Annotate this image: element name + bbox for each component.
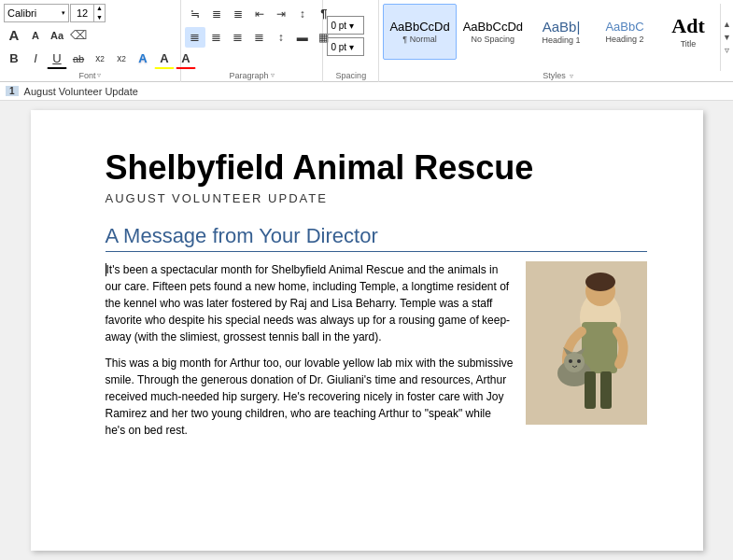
- italic-btn[interactable]: I: [25, 49, 46, 69]
- font-name-dropdown[interactable]: Calibri ▾: [4, 4, 69, 22]
- line-spacing-btn[interactable]: ↕: [271, 27, 291, 48]
- document-subtitle: AUGUST VOLUNTEER UPDATE: [106, 191, 647, 205]
- increase-indent-btn[interactable]: ⇥: [271, 4, 291, 24]
- styles-down-arrow[interactable]: ▼: [723, 31, 731, 44]
- style-heading2-label: Heading 2: [605, 35, 643, 44]
- style-normal-preview: AaBbCcDd: [389, 20, 449, 34]
- styles-overflow-arrows[interactable]: ▲ ▼ ▿: [720, 4, 733, 71]
- style-no-spacing-label: No Spacing: [472, 35, 515, 44]
- align-left-btn[interactable]: ≣: [185, 27, 205, 48]
- paragraph-label-text: Paragraph: [230, 71, 269, 80]
- styles-group: AaBbCcDd ¶ Normal AaBbCcDd No Spacing: [379, 0, 733, 82]
- svg-point-10: [569, 359, 572, 363]
- document-image: [526, 261, 647, 425]
- style-title[interactable]: Adt Title: [656, 4, 720, 60]
- style-normal-label: ¶ Normal: [402, 35, 436, 44]
- document-title: Shelbyfield Animal Rescue: [106, 147, 647, 188]
- styles-expander[interactable]: ▿: [570, 72, 573, 80]
- styles-label: Styles ▿: [383, 71, 733, 82]
- styles-up-arrow[interactable]: ▲: [723, 18, 731, 31]
- paragraph-group-content: ≒ ≣ ≣ ⇤ ⇥ ↕ ¶ ≣ ≣ ≣ ≣ ↕: [185, 4, 319, 69]
- svg-rect-13: [600, 371, 612, 409]
- strikethrough-btn[interactable]: ab: [68, 49, 89, 69]
- style-no-spacing[interactable]: AaBbCcDd No Spacing: [457, 4, 529, 60]
- spacing-content: 0 pt ▾ 0 pt ▾: [327, 4, 374, 69]
- ribbon-row: Calibri ▾ ▲ ▼ A: [0, 0, 733, 82]
- ribbon: Calibri ▾ ▲ ▼ A: [0, 0, 733, 82]
- font-name-row: Calibri ▾ ▲ ▼: [4, 4, 106, 22]
- align-center-btn[interactable]: ≣: [206, 27, 227, 48]
- shading-btn[interactable]: ▬: [292, 27, 313, 48]
- style-title-preview: Adt: [671, 14, 704, 38]
- paragraph-group-expander[interactable]: ▿: [271, 71, 275, 79]
- style-normal-text: AaBbCcDd: [389, 20, 449, 34]
- font-format-row2: B I U ab x2 x2 A A A: [4, 49, 196, 69]
- style-title-label: Title: [681, 39, 697, 49]
- font-size-arrows: ▲ ▼: [93, 4, 105, 22]
- numbering-btn[interactable]: ≣: [206, 4, 227, 24]
- paragraph-group: ≒ ≣ ≣ ⇤ ⇥ ↕ ¶ ≣ ≣ ≣ ≣ ↕: [181, 0, 324, 82]
- font-group-expander[interactable]: ▿: [97, 71, 101, 79]
- svg-rect-12: [585, 371, 596, 409]
- document-page: Shelbyfield Animal Rescue AUGUST VOLUNTE…: [31, 110, 703, 551]
- app-wrapper: Calibri ▾ ▲ ▼ A: [0, 0, 733, 560]
- spacing-group-label: Spacing: [327, 69, 374, 82]
- text-effects-btn[interactable]: A: [133, 49, 153, 69]
- rescue-image-svg: [526, 261, 647, 425]
- underline-btn[interactable]: U: [47, 49, 67, 69]
- style-heading1-text: AaBb|: [543, 19, 581, 35]
- font-format-row1: A A Aa ⌫: [4, 25, 89, 46]
- styles-more-arrow[interactable]: ▿: [725, 44, 729, 57]
- style-heading2[interactable]: AaBbC Heading 2: [593, 4, 656, 60]
- paragraph2-text: This was a big month for Arthur too, our…: [106, 357, 514, 437]
- font-grow-btn[interactable]: A: [4, 25, 24, 46]
- breadcrumb-line-number: 1: [6, 86, 19, 96]
- breadcrumb-bar: 1 August Volunteer Update: [0, 82, 733, 101]
- sort-btn[interactable]: ↕: [292, 4, 313, 24]
- para-row1: ≒ ≣ ≣ ⇤ ⇥ ↕ ¶: [185, 4, 334, 24]
- font-size-down[interactable]: ▼: [94, 13, 105, 22]
- spacing-row2: 0 pt ▾: [327, 37, 364, 56]
- bullets-btn[interactable]: ≒: [185, 4, 205, 24]
- font-group-content: Calibri ▾ ▲ ▼ A: [4, 4, 176, 69]
- justify-btn[interactable]: ≣: [249, 27, 270, 48]
- before-spacing[interactable]: 0 pt ▾: [327, 16, 364, 35]
- clear-formatting-btn[interactable]: ⌫: [68, 25, 89, 46]
- font-name-value: Calibri: [7, 7, 62, 19]
- style-title-text: Adt: [671, 14, 704, 38]
- font-name-arrow: ▾: [62, 9, 65, 17]
- font-size-input[interactable]: [71, 7, 93, 19]
- spacing-row1: 0 pt ▾: [327, 16, 364, 35]
- font-shrink-btn[interactable]: A: [25, 25, 46, 46]
- svg-point-11: [577, 359, 581, 363]
- style-no-spacing-preview: AaBbCcDd: [463, 20, 523, 34]
- spacing-group: 0 pt ▾ 0 pt ▾ Spacing: [323, 0, 379, 82]
- subscript-btn[interactable]: x2: [90, 49, 110, 69]
- document-section-heading: A Message from Your Director: [106, 224, 647, 252]
- paragraph-group-label: Paragraph ▿: [185, 69, 319, 82]
- text-highlight-btn[interactable]: A: [154, 49, 175, 69]
- font-size-control[interactable]: ▲ ▼: [70, 4, 106, 22]
- multilevel-btn[interactable]: ≣: [228, 4, 248, 24]
- superscript-btn[interactable]: x2: [111, 49, 132, 69]
- paragraph1-text: It's been a spectacular month for Shelby…: [106, 263, 511, 343]
- page-area: Shelbyfield Animal Rescue AUGUST VOLUNTE…: [0, 101, 733, 560]
- decrease-indent-btn[interactable]: ⇤: [249, 4, 270, 24]
- style-heading1[interactable]: AaBb| Heading 1: [529, 4, 593, 60]
- bold-btn[interactable]: B: [4, 49, 24, 69]
- style-heading1-preview: AaBb|: [543, 19, 581, 35]
- after-spacing[interactable]: 0 pt ▾: [327, 37, 364, 56]
- styles-label-text: Styles: [543, 71, 566, 80]
- svg-point-7: [564, 352, 585, 372]
- font-label-text: Font: [78, 71, 95, 80]
- font-size-up[interactable]: ▲: [94, 4, 105, 13]
- style-heading2-preview: AaBbC: [605, 20, 643, 34]
- change-case-btn[interactable]: Aa: [47, 25, 67, 46]
- style-no-spacing-text: AaBbCcDd: [463, 20, 523, 34]
- align-right-btn[interactable]: ≣: [228, 27, 248, 48]
- svg-point-4: [585, 273, 615, 291]
- font-group-label: Font ▿: [4, 69, 176, 82]
- style-heading2-text: AaBbC: [605, 20, 643, 34]
- style-normal[interactable]: AaBbCcDd ¶ Normal: [383, 4, 456, 60]
- breadcrumb-text: August Volunteer Update: [24, 86, 138, 97]
